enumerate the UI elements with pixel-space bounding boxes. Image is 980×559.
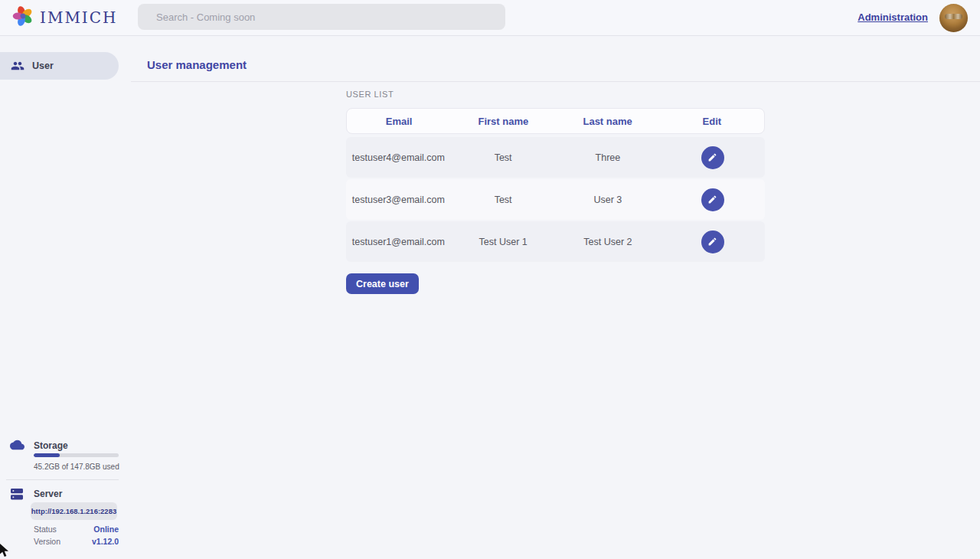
edit-user-button[interactable] [701,188,724,211]
cell-last-name: User 3 [556,195,661,205]
user-table-body: testuser4@email.com Test Three testuser3… [346,137,765,263]
edit-user-button[interactable] [701,146,724,169]
cell-first-name: Test [451,195,556,205]
cell-first-name: Test [451,152,556,163]
title-divider [131,81,980,82]
cell-email: testuser4@email.com [346,152,451,163]
user-list-label: USER LIST [346,90,394,99]
storage-progress-fill [34,453,60,457]
table-row: testuser1@email.com Test User 1 Test Use… [346,221,765,262]
table-row: testuser3@email.com Test User 3 [346,179,765,220]
table-row: testuser4@email.com Test Three [346,137,765,178]
search-input[interactable] [138,4,505,30]
cell-email: testuser1@email.com [346,237,451,247]
cell-first-name: Test User 1 [451,237,556,247]
mouse-cursor [0,543,10,559]
edit-user-button[interactable] [701,230,724,253]
sidebar-item-user[interactable]: User [0,52,119,80]
storage-usage-text: 45.2GB of 147.8GB used [34,463,119,471]
sidebar-item-label: User [32,60,54,71]
storage-title: Storage [34,440,68,451]
pencil-icon [707,237,717,247]
page-title: User management [147,58,247,71]
immich-admin-app: IMMICH Administration User Storage 45.2G… [0,0,980,559]
create-user-button[interactable]: Create user [346,273,419,294]
pencil-icon [707,195,717,204]
server-status-row: Status Online [34,525,119,534]
column-header-first-name: First name [451,116,555,127]
cell-last-name: Test User 2 [556,237,661,247]
storage-progress-bar [34,453,119,457]
people-icon [11,59,24,73]
server-title: Server [34,489,62,499]
cell-last-name: Three [556,152,661,163]
user-avatar[interactable] [939,4,968,32]
status-label: Status [34,525,57,534]
column-header-last-name: Last name [556,116,660,127]
column-header-edit: Edit [660,116,764,127]
version-value: v1.12.0 [92,537,119,546]
immich-logo-icon [12,5,34,30]
brand-name: IMMICH [40,8,118,27]
status-value: Online [93,525,119,534]
sidebar-divider [6,479,119,480]
server-version-row: Version v1.12.0 [34,537,119,546]
administration-link[interactable]: Administration [858,11,928,23]
version-label: Version [34,537,60,546]
top-navbar: IMMICH Administration [0,0,980,36]
user-table-header: EmailFirst nameLast nameEdit [346,108,765,134]
cell-email: testuser3@email.com [346,195,451,205]
server-icon [11,488,24,504]
cloud-icon [10,440,24,453]
server-url-badge: http://192.168.1.216:2283 [31,502,117,520]
brand[interactable]: IMMICH [12,5,118,30]
column-header-email: Email [347,116,451,127]
pencil-icon [707,152,717,162]
